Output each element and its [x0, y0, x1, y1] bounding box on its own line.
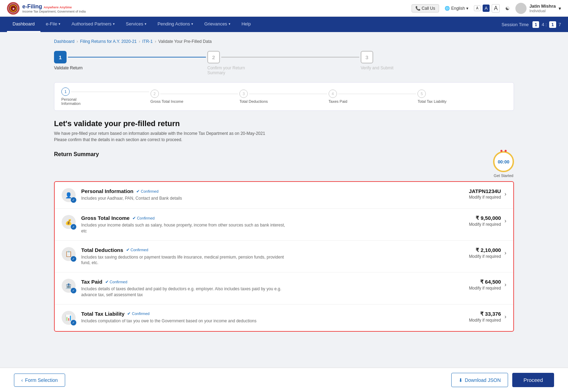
confirmed-check-icon: ✔ [132, 216, 136, 221]
contrast-toggle[interactable]: ☯ [505, 6, 510, 11]
timer-dot-right [505, 150, 507, 152]
validate-title: Let's validate your pre-filled return [54, 119, 514, 128]
confirmed-check-icon: ✔ [126, 247, 130, 252]
row-icon-personal: 👤 ✓ [62, 188, 76, 202]
table-row[interactable]: 📋 ✓ Total Deductions ✔ Confirmed Include… [55, 241, 513, 273]
nav-help[interactable]: Help [236, 17, 256, 32]
confirmed-badge-taxpaid: ✔ Confirmed [105, 279, 128, 284]
inner-step-line-2 [160, 94, 238, 94]
font-controls: A A A [474, 4, 500, 13]
inner-steps-container: 1 Personal Information 2 Gross Total Inc… [54, 82, 514, 111]
language-selector[interactable]: 🌐 English ▾ [445, 6, 468, 11]
timer-top-dots [500, 150, 507, 152]
user-details: Jatin Mishra Individual [529, 3, 556, 13]
logo-area: ★ e-Filing Anywhere Anytime Income Tax D… [7, 2, 86, 15]
taxpaid-icon: 🏦 [65, 283, 72, 289]
grievances-chevron-icon: ▾ [229, 22, 230, 26]
row-chevron-taxpaid[interactable]: › [505, 282, 506, 288]
return-summary-title: Return Summary [54, 151, 99, 157]
row-chevron-taxliability[interactable]: › [505, 314, 506, 320]
session-h4: 7 [559, 22, 561, 27]
row-title-taxpaid: Tax Paid ✔ Confirmed [81, 279, 463, 285]
nav-authorised-partners[interactable]: Authorised Partners ▾ [66, 17, 120, 32]
person-icon: 👤 [65, 192, 72, 199]
logo-title: e-Filing Anywhere Anytime [22, 3, 86, 10]
bottom-bar: ‹ Form Selection ⬇ Download JSON Proceed [0, 368, 568, 375]
row-value-area-taxpaid: ₹ 64,500 Modify if required [469, 279, 501, 291]
sep3: › [155, 39, 156, 44]
table-row[interactable]: 👤 ✓ Personal Information ✔ Confirmed Inc… [55, 182, 513, 209]
font-medium-button[interactable]: A [483, 5, 490, 12]
row-value-taxliability: ₹ 33,376 [469, 311, 501, 317]
row-check-personal: ✓ [71, 197, 76, 203]
nav-grievances[interactable]: Grievances ▾ [199, 17, 236, 32]
nav-left: Dashboard e-File ▾ Authorised Partners ▾… [7, 17, 256, 32]
inner-step-num-5: 5 [417, 90, 426, 98]
top-bar: ★ e-Filing Anywhere Anytime Income Tax D… [0, 0, 568, 17]
summary-box: 👤 ✓ Personal Information ✔ Confirmed Inc… [54, 181, 514, 332]
inner-step-num-2: 2 [151, 90, 159, 98]
user-chevron-icon: ▾ [559, 6, 561, 11]
breadcrumb-itr1[interactable]: ITR-1 [142, 39, 153, 44]
table-row[interactable]: 💰 ✓ Gross Total Income ✔ Confirmed Inclu… [55, 209, 513, 241]
font-small-button[interactable]: A [474, 5, 481, 11]
nav-services[interactable]: Services ▾ [120, 17, 152, 32]
row-chevron-deductions[interactable]: › [505, 250, 506, 256]
breadcrumb-dashboard[interactable]: Dashboard [54, 39, 75, 44]
row-desc-taxliability: Includes computation of tax you owe to t… [81, 318, 290, 324]
user-type: Individual [529, 9, 556, 13]
confirmed-badge-deductions: ✔ Confirmed [126, 247, 148, 252]
row-modify-taxpaid: Modify if required [469, 286, 501, 291]
row-value-deductions: ₹ 2,10,000 [469, 247, 501, 253]
return-summary-header: Return Summary 00:00 Get Started [54, 151, 514, 178]
row-chevron-personal[interactable]: › [505, 191, 506, 197]
nav-pending-actions[interactable]: Pending Actions ▾ [152, 17, 199, 32]
download-json-button[interactable]: ⬇ Download JSON [451, 373, 508, 375]
inner-step-line-1 [71, 92, 149, 92]
row-icon-deductions: 📋 ✓ [62, 247, 76, 261]
row-value-personal: JATPN1234U [469, 188, 501, 194]
row-content-personal: Personal Information ✔ Confirmed Include… [81, 188, 463, 201]
row-modify-deductions: Modify if required [469, 254, 501, 259]
logo-emblem: ★ [7, 2, 20, 15]
nav-efile[interactable]: e-File ▾ [40, 17, 66, 32]
outer-step-1: 1 Validate Return [54, 51, 207, 70]
row-desc-taxpaid: Includes details of taxes deducted and p… [81, 286, 290, 298]
row-desc-personal: Includes your Aadhaar, PAN, Contact and … [81, 195, 290, 201]
row-title-income: Gross Total Income ✔ Confirmed [81, 215, 463, 221]
partners-chevron-icon: ▾ [113, 22, 115, 26]
row-title-taxliability: Total Tax Liability ✔ Confirmed [81, 311, 463, 317]
outer-step-label-3: Verify and Submit [361, 66, 393, 70]
user-info[interactable]: Jatin Mishra Individual ▾ [515, 3, 561, 14]
row-chevron-income[interactable]: › [505, 218, 506, 224]
table-row[interactable]: 🏦 ✓ Tax Paid ✔ Confirmed Includes detail… [55, 272, 513, 305]
breadcrumb-filing[interactable]: Filing Returns for A.Y. 2020-21 [80, 39, 137, 44]
row-value-income: ₹ 9,50,000 [469, 215, 501, 221]
proceed-button[interactable]: Proceed [512, 373, 554, 375]
table-row[interactable]: 📊 ✓ Total Tax Liability ✔ Confirmed Incl… [55, 305, 513, 331]
lang-chevron-icon: ▾ [466, 6, 468, 11]
timer-dot-left [500, 150, 502, 152]
logo-sub: Income Tax Department, Government of Ind… [22, 10, 86, 13]
breadcrumb-current: Validate Your Pre-Filled Data [158, 39, 212, 44]
outer-step-line-2 [221, 57, 359, 57]
outer-step-label-2: Confirm your Return Summary [207, 66, 253, 75]
inner-step-num-4: 4 [329, 90, 337, 98]
outer-step-2: 2 Confirm your Return Summary [207, 51, 361, 75]
inner-step-2: 2 Gross Total Income [151, 90, 240, 103]
row-desc-income: Includes your income details such as sal… [81, 222, 290, 234]
inner-step-num-3: 3 [239, 90, 248, 98]
outer-step-label-1: Validate Return [54, 66, 83, 70]
breadcrumb: Dashboard › Filing Returns for A.Y. 2020… [54, 39, 514, 44]
row-right-income: ₹ 9,50,000 Modify if required › [469, 215, 506, 227]
nav-dashboard[interactable]: Dashboard [7, 17, 40, 32]
row-check-income: ✓ [71, 224, 76, 230]
inner-step-4: 4 Taxes Paid [329, 90, 418, 103]
font-large-button[interactable]: A [492, 4, 500, 13]
call-us-button[interactable]: 📞 Call Us [412, 4, 439, 13]
row-icon-income: 💰 ✓ [62, 215, 76, 229]
inner-step-1: 1 Personal Information [61, 87, 151, 106]
session-time: Session Time 1 4 : 1 7 [501, 22, 561, 27]
form-selection-button[interactable]: ‹ Form Selection [14, 374, 65, 375]
row-content-taxpaid: Tax Paid ✔ Confirmed Includes details of… [81, 279, 463, 298]
